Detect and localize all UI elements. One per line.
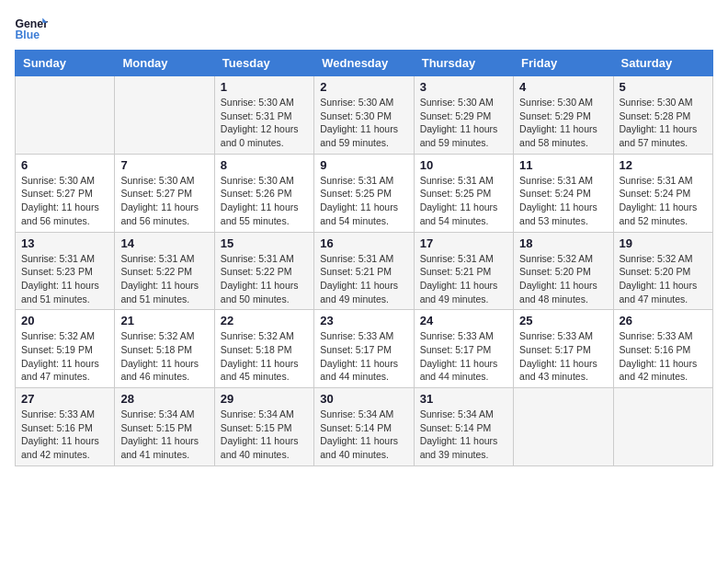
day-number: 27 [21, 392, 108, 406]
day-info: Sunrise: 5:33 AMSunset: 5:16 PMDaylight:… [620, 329, 707, 384]
day-number: 15 [221, 236, 308, 250]
day-info: Sunrise: 5:34 AMSunset: 5:14 PMDaylight:… [420, 408, 507, 462]
table-cell: 18Sunrise: 5:32 AMSunset: 5:20 PMDayligh… [514, 232, 613, 310]
day-number: 24 [420, 314, 507, 327]
day-info: Sunrise: 5:34 AMSunset: 5:15 PMDaylight:… [120, 408, 208, 462]
day-number: 31 [420, 392, 507, 406]
table-cell: 29Sunrise: 5:34 AMSunset: 5:15 PMDayligh… [214, 388, 313, 466]
day-info: Sunrise: 5:34 AMSunset: 5:15 PMDaylight:… [221, 408, 308, 462]
week-row-1: 1Sunrise: 5:30 AMSunset: 5:31 PMDaylight… [16, 76, 713, 155]
table-cell: 28Sunrise: 5:34 AMSunset: 5:15 PMDayligh… [115, 388, 214, 466]
week-row-4: 20Sunrise: 5:32 AMSunset: 5:19 PMDayligh… [16, 310, 713, 388]
day-number: 19 [620, 236, 707, 250]
table-cell: 26Sunrise: 5:33 AMSunset: 5:16 PMDayligh… [613, 310, 712, 388]
table-cell: 16Sunrise: 5:31 AMSunset: 5:21 PMDayligh… [314, 232, 414, 310]
week-row-5: 27Sunrise: 5:33 AMSunset: 5:16 PMDayligh… [16, 388, 713, 466]
table-cell: 25Sunrise: 5:33 AMSunset: 5:17 PMDayligh… [514, 310, 613, 388]
table-cell [16, 76, 115, 155]
table-cell: 9Sunrise: 5:31 AMSunset: 5:25 PMDaylight… [314, 154, 414, 232]
table-cell: 31Sunrise: 5:34 AMSunset: 5:14 PMDayligh… [414, 388, 513, 466]
table-cell [613, 388, 712, 466]
table-cell: 24Sunrise: 5:33 AMSunset: 5:17 PMDayligh… [414, 310, 513, 388]
day-number: 16 [320, 236, 407, 250]
day-number: 10 [420, 158, 507, 172]
day-number: 30 [320, 392, 407, 406]
day-number: 20 [21, 314, 108, 327]
day-info: Sunrise: 5:30 AMSunset: 5:27 PMDaylight:… [21, 174, 108, 228]
table-cell: 4Sunrise: 5:30 AMSunset: 5:29 PMDaylight… [514, 76, 613, 155]
day-number: 18 [519, 236, 607, 250]
day-number: 11 [519, 158, 607, 172]
day-number: 9 [320, 158, 407, 172]
day-info: Sunrise: 5:31 AMSunset: 5:21 PMDaylight:… [320, 252, 407, 306]
day-info: Sunrise: 5:31 AMSunset: 5:21 PMDaylight:… [420, 252, 507, 306]
day-number: 14 [120, 236, 208, 250]
day-number: 13 [21, 236, 108, 250]
header-thursday: Thursday [414, 51, 513, 76]
day-info: Sunrise: 5:33 AMSunset: 5:17 PMDaylight:… [519, 329, 607, 384]
table-cell: 27Sunrise: 5:33 AMSunset: 5:16 PMDayligh… [16, 388, 115, 466]
day-info: Sunrise: 5:30 AMSunset: 5:30 PMDaylight:… [320, 96, 407, 150]
table-cell: 30Sunrise: 5:34 AMSunset: 5:14 PMDayligh… [314, 388, 414, 466]
day-number: 8 [221, 158, 308, 172]
day-info: Sunrise: 5:30 AMSunset: 5:29 PMDaylight:… [420, 96, 507, 150]
day-number: 7 [120, 158, 208, 172]
day-info: Sunrise: 5:30 AMSunset: 5:28 PMDaylight:… [620, 96, 707, 150]
table-cell: 21Sunrise: 5:32 AMSunset: 5:18 PMDayligh… [115, 310, 214, 388]
day-number: 1 [221, 80, 308, 94]
day-info: Sunrise: 5:32 AMSunset: 5:20 PMDaylight:… [620, 252, 707, 306]
table-cell: 12Sunrise: 5:31 AMSunset: 5:24 PMDayligh… [613, 154, 712, 232]
table-cell: 8Sunrise: 5:30 AMSunset: 5:26 PMDaylight… [214, 154, 313, 232]
day-info: Sunrise: 5:31 AMSunset: 5:24 PMDaylight:… [620, 174, 707, 228]
page-header: General Blue [15, 15, 713, 40]
day-number: 12 [620, 158, 707, 172]
day-info: Sunrise: 5:30 AMSunset: 5:29 PMDaylight:… [519, 96, 607, 150]
header-sunday: Sunday [16, 51, 115, 76]
day-info: Sunrise: 5:30 AMSunset: 5:27 PMDaylight:… [120, 174, 208, 228]
header-tuesday: Tuesday [214, 51, 313, 76]
header-saturday: Saturday [613, 51, 712, 76]
day-number: 2 [320, 80, 407, 94]
day-info: Sunrise: 5:31 AMSunset: 5:24 PMDaylight:… [519, 174, 607, 228]
day-number: 5 [620, 80, 707, 94]
table-cell: 15Sunrise: 5:31 AMSunset: 5:22 PMDayligh… [214, 232, 313, 310]
day-number: 25 [519, 314, 607, 327]
table-cell: 10Sunrise: 5:31 AMSunset: 5:25 PMDayligh… [414, 154, 513, 232]
table-cell: 6Sunrise: 5:30 AMSunset: 5:27 PMDaylight… [16, 154, 115, 232]
table-cell [115, 76, 214, 155]
header-wednesday: Wednesday [314, 51, 414, 76]
day-number: 26 [620, 314, 707, 327]
week-row-2: 6Sunrise: 5:30 AMSunset: 5:27 PMDaylight… [16, 154, 713, 232]
table-cell: 22Sunrise: 5:32 AMSunset: 5:18 PMDayligh… [214, 310, 313, 388]
header-friday: Friday [514, 51, 613, 76]
table-cell: 17Sunrise: 5:31 AMSunset: 5:21 PMDayligh… [414, 232, 513, 310]
day-number: 21 [120, 314, 208, 327]
svg-text:Blue: Blue [16, 29, 40, 40]
day-number: 23 [320, 314, 407, 327]
day-info: Sunrise: 5:30 AMSunset: 5:31 PMDaylight:… [221, 96, 308, 150]
day-number: 22 [221, 314, 308, 327]
day-info: Sunrise: 5:33 AMSunset: 5:17 PMDaylight:… [420, 329, 507, 384]
table-cell: 1Sunrise: 5:30 AMSunset: 5:31 PMDaylight… [214, 76, 313, 155]
day-number: 17 [420, 236, 507, 250]
table-cell: 23Sunrise: 5:33 AMSunset: 5:17 PMDayligh… [314, 310, 414, 388]
logo: General Blue [15, 15, 51, 40]
table-cell: 2Sunrise: 5:30 AMSunset: 5:30 PMDaylight… [314, 76, 414, 155]
calendar-table: SundayMondayTuesdayWednesdayThursdayFrid… [15, 50, 713, 466]
table-cell [514, 388, 613, 466]
day-info: Sunrise: 5:32 AMSunset: 5:20 PMDaylight:… [519, 252, 607, 306]
day-info: Sunrise: 5:31 AMSunset: 5:25 PMDaylight:… [320, 174, 407, 228]
day-info: Sunrise: 5:31 AMSunset: 5:22 PMDaylight:… [221, 252, 308, 306]
day-info: Sunrise: 5:33 AMSunset: 5:17 PMDaylight:… [320, 329, 407, 384]
day-number: 6 [21, 158, 108, 172]
day-number: 3 [420, 80, 507, 94]
day-info: Sunrise: 5:32 AMSunset: 5:18 PMDaylight:… [221, 329, 308, 384]
day-info: Sunrise: 5:31 AMSunset: 5:22 PMDaylight:… [120, 252, 208, 306]
table-cell: 19Sunrise: 5:32 AMSunset: 5:20 PMDayligh… [613, 232, 712, 310]
table-cell: 20Sunrise: 5:32 AMSunset: 5:19 PMDayligh… [16, 310, 115, 388]
day-info: Sunrise: 5:30 AMSunset: 5:26 PMDaylight:… [221, 174, 308, 228]
table-cell: 5Sunrise: 5:30 AMSunset: 5:28 PMDaylight… [613, 76, 712, 155]
day-info: Sunrise: 5:34 AMSunset: 5:14 PMDaylight:… [320, 408, 407, 462]
day-info: Sunrise: 5:33 AMSunset: 5:16 PMDaylight:… [21, 408, 108, 462]
calendar-header-row: SundayMondayTuesdayWednesdayThursdayFrid… [16, 51, 713, 76]
